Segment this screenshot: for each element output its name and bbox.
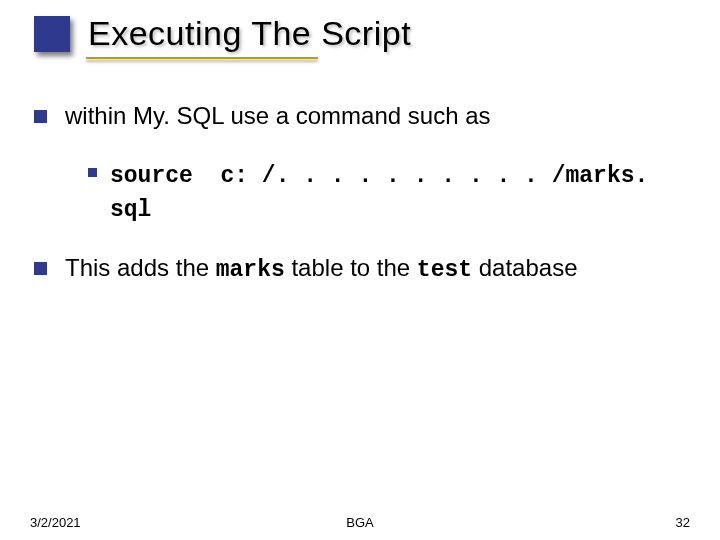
slide-footer: 3/2/2021 BGA 32: [30, 515, 690, 530]
sub-bullet-text: source c: /. . . . . . . . . . /marks. s…: [110, 158, 690, 226]
title-square-icon: [34, 16, 70, 52]
bullet-square-small-icon: [88, 168, 97, 177]
bullet-level1: This adds the marks table to the test da…: [34, 252, 690, 286]
code-inline: marks: [216, 257, 285, 283]
title-underline: [86, 57, 318, 59]
text-segment: This adds the: [65, 254, 216, 281]
slide-title: Executing The Script: [88, 14, 411, 53]
text-segment: table to the: [285, 254, 417, 281]
slide: Executing The Script within My. SQL use …: [0, 0, 720, 540]
bullet-level1: within My. SQL use a command such as: [34, 100, 690, 132]
text-segment: database: [472, 254, 577, 281]
command-keyword: source: [110, 163, 193, 189]
bullet-square-icon: [34, 110, 47, 123]
title-row: Executing The Script: [34, 14, 700, 53]
code-inline: test: [417, 257, 472, 283]
footer-center: BGA: [30, 515, 690, 530]
bullet-text: within My. SQL use a command such as: [65, 100, 491, 132]
bullet-text: This adds the marks table to the test da…: [65, 252, 578, 286]
slide-body: within My. SQL use a command such as sou…: [34, 100, 690, 313]
bullet-square-icon: [34, 262, 47, 275]
bullet-level2: source c: /. . . . . . . . . . /marks. s…: [88, 158, 690, 226]
